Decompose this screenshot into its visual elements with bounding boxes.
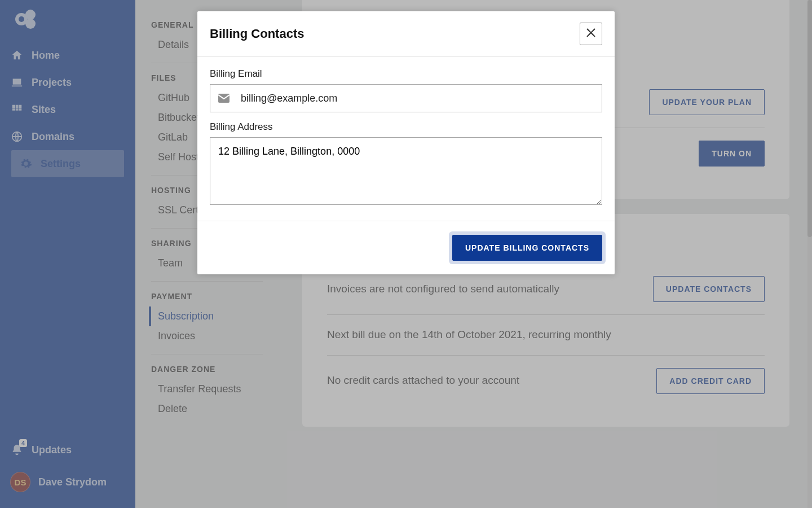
modal-title: Billing Contacts (210, 27, 304, 41)
billing-contacts-modal: Billing Contacts Billing Email Billing A… (197, 11, 615, 274)
email-input-wrap (210, 84, 602, 112)
update-billing-contacts-button[interactable]: UPDATE BILLING CONTACTS (452, 235, 602, 261)
billing-email-input[interactable] (237, 85, 602, 112)
close-icon (586, 28, 596, 41)
modal-close-button[interactable] (580, 23, 602, 45)
billing-address-textarea[interactable] (210, 137, 602, 205)
email-field-label: Billing Email (210, 68, 602, 80)
mail-icon (210, 94, 237, 103)
address-field-label: Billing Address (210, 121, 602, 133)
